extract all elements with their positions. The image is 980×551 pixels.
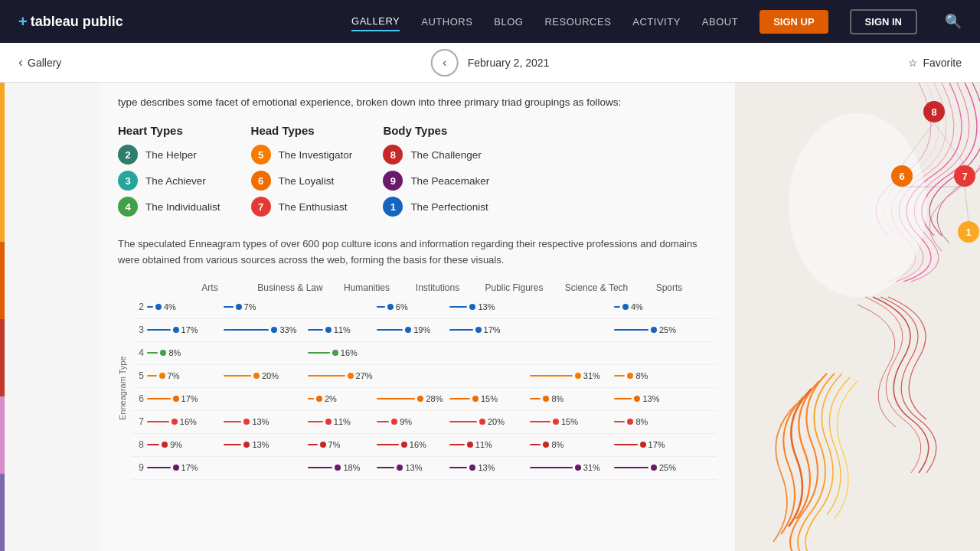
chart-cell-7-5: 31% — [530, 463, 614, 472]
chart-row: 24%7%6%13%4% — [132, 296, 717, 319]
chart-dot — [405, 327, 411, 333]
navbar: + tableau public GALLERY AUTHORS BLOG RE… — [0, 0, 980, 43]
enneagram-viz: 8 6 7 — [735, 83, 980, 551]
chart-value: 13% — [478, 302, 495, 311]
chart-cell-0-5 — [530, 302, 614, 311]
type-label-3: The Achiever — [145, 175, 206, 187]
chart-value: 33% — [279, 325, 296, 334]
chart-line-dot: 31% — [530, 371, 600, 380]
svg-text:7: 7 — [962, 171, 967, 182]
chart-line-dot: 8% — [614, 417, 648, 426]
chart-value: 20% — [488, 417, 505, 426]
chart-line — [530, 444, 541, 445]
chart-value: 9% — [170, 440, 182, 449]
chart-col-1: Business & Law — [248, 282, 332, 293]
type-badge-2: 2 — [118, 145, 138, 165]
chart-cell-6-2: 7% — [308, 440, 377, 449]
prev-button[interactable]: ‹ — [431, 49, 459, 77]
chart-cells-row-6: 9%13%7%16%11%8%17% — [147, 440, 717, 449]
chart-cell-1-5 — [530, 325, 614, 334]
chart-cell-2-5 — [530, 348, 614, 357]
type-label-1: The Perfectionist — [410, 201, 488, 213]
chart-cell-0-3: 6% — [377, 302, 449, 311]
chart-line — [614, 398, 632, 399]
subheader: ‹ Gallery ‹ February 2, 2021 ☆ Favorite — [0, 43, 980, 83]
chart-cell-7-1 — [224, 463, 308, 472]
search-icon[interactable]: 🔍 — [945, 13, 962, 30]
chart-dot — [469, 465, 475, 471]
chart-line — [449, 467, 467, 468]
signup-button[interactable]: SIGN UP — [760, 10, 828, 34]
chart-value: 17% — [181, 325, 198, 334]
nav-resources[interactable]: RESOURCES — [544, 13, 611, 31]
type-badge-8: 8 — [383, 145, 403, 165]
chart-line — [224, 306, 234, 308]
chart-cells-row-2: 8%16% — [147, 348, 717, 357]
chart-line — [308, 421, 323, 422]
nav-activity[interactable]: ACTIVITY — [632, 13, 681, 31]
type-badge-6: 6 — [251, 171, 271, 191]
chart-body: Enneagram Type 24%7%6%13%4%317%33%11%19%… — [118, 296, 717, 480]
back-to-gallery[interactable]: ‹ Gallery — [18, 54, 61, 70]
type-item-0-2: 4The Individualist — [118, 197, 220, 217]
signin-button[interactable]: SIGN IN — [850, 9, 917, 34]
chart-line — [308, 444, 318, 445]
type-group-heading-1: Head Types — [251, 124, 353, 137]
chart-cell-6-1: 13% — [224, 440, 308, 449]
chart-value: 16% — [341, 348, 358, 357]
chart-dot — [467, 442, 473, 448]
gallery-label: Gallery — [28, 57, 61, 69]
chart-cell-5-4: 20% — [449, 417, 530, 426]
chart-line — [377, 329, 403, 331]
nav-gallery[interactable]: GALLERY — [351, 12, 400, 31]
chart-line — [614, 444, 638, 445]
chart-line-dot: 16% — [377, 440, 426, 449]
nav-blog[interactable]: BLOG — [494, 13, 523, 31]
logo-plus: + — [18, 13, 28, 31]
nav-about[interactable]: ABOUT — [702, 13, 738, 31]
chart-line — [308, 398, 314, 399]
chart-cells-row-5: 16%13%11%9%20%15%8% — [147, 417, 717, 426]
favorite-button[interactable]: ☆ Favorite — [908, 57, 962, 69]
chart-value: 11% — [334, 325, 351, 334]
chart-value: 7% — [244, 302, 256, 311]
chart-row: 917%18%13%13%31%25% — [132, 457, 717, 480]
chart-line — [147, 444, 159, 445]
chart-cell-4-0: 17% — [147, 394, 224, 403]
chart-dot — [397, 465, 403, 471]
chart-line-dot: 8% — [614, 371, 648, 380]
chart-line-dot: 31% — [530, 463, 600, 472]
chart-line-dot: 33% — [224, 325, 296, 334]
chart-line-dot: 25% — [614, 463, 676, 472]
description-text: The speculated Enneagram types of over 6… — [118, 236, 717, 269]
type-group-heading-2: Body Types — [383, 124, 489, 137]
chart-line-dot: 13% — [224, 440, 269, 449]
type-item-1-2: 7The Enthusiast — [251, 197, 353, 217]
chart-line-dot: 17% — [147, 463, 198, 472]
chart-line — [449, 444, 465, 445]
chart-line — [614, 467, 648, 468]
chart-cell-3-5: 31% — [530, 371, 614, 380]
chart-line — [147, 306, 153, 308]
chart-dot — [173, 465, 179, 471]
chart-cell-1-2: 11% — [308, 325, 377, 334]
chart-cell-5-0: 16% — [147, 417, 224, 426]
chart-line-dot: 15% — [449, 394, 498, 403]
type-badge-9: 9 — [383, 171, 403, 191]
chart-dot — [155, 304, 162, 310]
chart-dot — [391, 419, 397, 425]
type-item-1-0: 5The Investigator — [251, 145, 353, 165]
chart-line-dot: 11% — [308, 325, 351, 334]
chart-line-dot: 20% — [449, 417, 505, 426]
chart-line — [377, 467, 394, 468]
chart-cell-0-0: 4% — [147, 302, 224, 311]
nav-authors[interactable]: AUTHORS — [421, 13, 472, 31]
chart-line-dot: 13% — [449, 463, 495, 472]
chart-dot — [469, 304, 475, 310]
chart-value: 20% — [262, 371, 279, 380]
type-label-9: The Peacemaker — [410, 175, 489, 187]
chart-cell-6-3: 16% — [377, 440, 449, 449]
chart-cell-3-0: 7% — [147, 371, 224, 380]
chart-dot — [243, 419, 250, 425]
nav-links: GALLERY AUTHORS BLOG RESOURCES ACTIVITY … — [351, 9, 962, 34]
